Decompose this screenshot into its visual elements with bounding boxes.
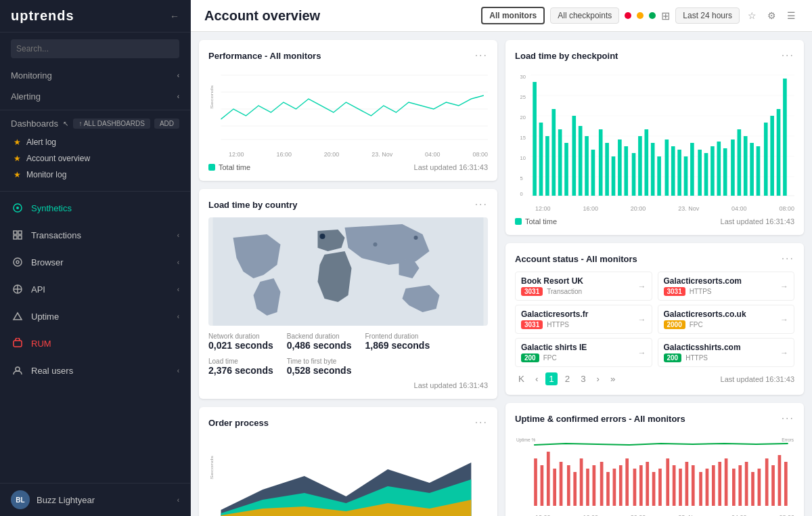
search-input[interactable] <box>11 39 179 58</box>
svg-rect-49 <box>579 126 583 196</box>
status-badge-3031: 3031 <box>521 287 543 296</box>
stat-frontend: Frontend duration 1,869 seconds <box>365 332 430 351</box>
real-users-arrow-icon: ‹ <box>177 367 179 374</box>
performance-header: Performance - All monitors ··· <box>208 49 488 62</box>
svg-rect-80 <box>783 79 787 196</box>
uptime-errors-menu-icon[interactable]: ··· <box>782 412 794 425</box>
svg-rect-90 <box>580 458 583 506</box>
performance-footer: Total time Last updated 16:31:43 <box>208 163 488 171</box>
uptime-errors-title: Uptime & confirmed errors - All monitors <box>515 414 685 424</box>
page-1-button[interactable]: 1 <box>545 372 557 385</box>
sidebar-item-alerting[interactable]: Alerting ‹ <box>0 86 190 107</box>
load-country-menu-icon[interactable]: ··· <box>475 198 488 211</box>
svg-rect-62 <box>665 139 669 196</box>
svg-rect-69 <box>710 146 715 196</box>
sidebar-item-transactions[interactable]: Transactions ‹ <box>0 221 190 249</box>
status-arrow-icon: → <box>638 348 646 358</box>
order-process-header: Order process ··· <box>208 416 488 429</box>
account-status-footer: K ‹ 1 2 3 › » Last updated 16:31:43 <box>515 372 794 385</box>
page-prev-button[interactable]: ‹ <box>532 372 541 385</box>
page-3-button[interactable]: 3 <box>577 372 589 385</box>
page-first-button[interactable]: K <box>515 372 528 385</box>
svg-text:30: 30 <box>520 74 526 80</box>
star-icon: ★ <box>14 154 21 163</box>
all-dashboards-button[interactable]: ↑ ALL DASHBOARDS <box>73 119 150 129</box>
svg-rect-58 <box>638 136 642 196</box>
svg-text:Errors: Errors <box>782 437 794 442</box>
browser-arrow-icon: ‹ <box>177 259 179 266</box>
status-cell-galactic-com[interactable]: Galacticresorts.com 3031 HTTPS → <box>658 272 795 301</box>
performance-x-labels: 12:00 16:00 20:00 23. Nov 04:00 08:00 <box>229 151 488 158</box>
status-cell-galactic-shirts-ie[interactable]: Galactic shirts IE 200 FPC → <box>515 338 652 367</box>
order-process-menu-icon[interactable]: ··· <box>475 416 488 429</box>
dashboards-section: Dashboards ↖ ↑ ALL DASHBOARDS ADD ★ Aler… <box>0 113 190 188</box>
dashboards-title[interactable]: Dashboards <box>11 119 58 129</box>
menu-header-icon[interactable]: ☰ <box>784 7 798 24</box>
user-profile[interactable]: BL Buzz Lightyear ‹ <box>0 483 190 516</box>
sidebar-collapse-icon[interactable]: ← <box>170 11 179 22</box>
uptime-errors-header: Uptime & confirmed errors - All monitors… <box>515 412 794 425</box>
add-dashboard-button[interactable]: ADD <box>154 119 179 129</box>
svg-text:25: 25 <box>520 94 526 100</box>
status-cell-galactic-shirts-com[interactable]: Galacticsshirts.com 200 HTTPS → <box>658 338 795 367</box>
real-users-icon <box>11 364 24 377</box>
svg-point-7 <box>16 261 19 263</box>
svg-rect-51 <box>591 150 595 196</box>
checkpoint-updated: Last updated 16:31:43 <box>721 217 794 225</box>
svg-rect-48 <box>572 116 576 196</box>
svg-rect-98 <box>633 469 637 506</box>
sidebar-search-container <box>0 33 190 65</box>
sidebar-item-api[interactable]: API ‹ <box>0 276 190 303</box>
all-checkpoints-button[interactable]: All checkpoints <box>550 7 619 24</box>
user-name: Buzz Lightyear <box>37 495 95 505</box>
status-cell-book-resort[interactable]: Book Resort UK 3031 Transaction → <box>515 272 652 301</box>
performance-menu-icon[interactable]: ··· <box>475 49 488 62</box>
divider-2 <box>0 191 190 192</box>
status-cell-info: Book Resort UK 3031 Transaction <box>521 276 583 296</box>
sidebar-item-account-overview[interactable]: ★ Account overview <box>11 150 179 167</box>
sidebar-item-alert-log[interactable]: ★ Alert log <box>11 134 179 150</box>
star-header-icon[interactable]: ☆ <box>745 7 759 24</box>
svg-rect-73 <box>738 129 742 196</box>
synthetics-icon <box>11 201 24 215</box>
svg-rect-47 <box>564 143 568 196</box>
settings-header-icon[interactable]: ⚙ <box>765 7 779 24</box>
sidebar-item-synthetics[interactable]: Synthetics <box>0 194 190 221</box>
status-badge: 3031 <box>664 287 685 296</box>
sidebar-item-rum[interactable]: RUM <box>0 330 190 357</box>
dashboards-controls: ↑ ALL DASHBOARDS ADD <box>73 119 179 129</box>
svg-rect-85 <box>547 452 550 506</box>
page-2-button[interactable]: 2 <box>562 372 573 385</box>
svg-rect-72 <box>731 139 735 196</box>
status-cell-galactic-fr[interactable]: Galacticresorts.fr 3031 HTTPS → <box>515 305 652 334</box>
sidebar-item-browser[interactable]: Browser ‹ <box>0 249 190 276</box>
account-status-updated: Last updated 16:31:43 <box>721 375 794 383</box>
account-status-menu-icon[interactable]: ··· <box>782 253 794 265</box>
svg-rect-97 <box>625 458 629 506</box>
svg-rect-115 <box>745 462 748 506</box>
svg-rect-43 <box>539 123 543 196</box>
sidebar-item-uptime[interactable]: Uptime ‹ <box>0 303 190 330</box>
svg-rect-66 <box>690 143 694 196</box>
sidebar-item-monitor-log[interactable]: ★ Monitor log <box>11 167 179 183</box>
sidebar-item-real-users[interactable]: Real users ‹ <box>0 357 190 384</box>
last-24h-button[interactable]: Last 24 hours <box>675 7 740 24</box>
load-country-card: Load time by country ··· <box>199 189 497 399</box>
load-checkpoint-menu-icon[interactable]: ··· <box>782 49 794 62</box>
stat-loadtime: Load time 2,376 seconds <box>208 358 273 376</box>
api-icon <box>11 282 24 296</box>
svg-rect-95 <box>613 469 616 506</box>
page-next-button[interactable]: › <box>593 372 603 385</box>
status-row-2: Galacticresorts.fr 3031 HTTPS → Galactic… <box>515 305 794 334</box>
monitor-grid-icon[interactable]: ⊞ <box>661 9 670 22</box>
order-process-card: Order process ··· Seconds 12:00 <box>199 407 497 516</box>
all-monitors-button[interactable]: All monitors <box>481 7 545 24</box>
page-last-button[interactable]: » <box>607 372 618 385</box>
order-process-title: Order process <box>208 418 269 428</box>
svg-rect-119 <box>771 465 775 506</box>
load-country-footer: Last updated 16:31:43 <box>208 381 488 389</box>
svg-rect-109 <box>706 469 709 506</box>
svg-rect-91 <box>586 469 589 506</box>
status-cell-galactic-couk[interactable]: Galacticresorts.co.uk 2000 FPC → <box>658 305 795 334</box>
sidebar-item-monitoring[interactable]: Monitoring ‹ <box>0 65 190 86</box>
